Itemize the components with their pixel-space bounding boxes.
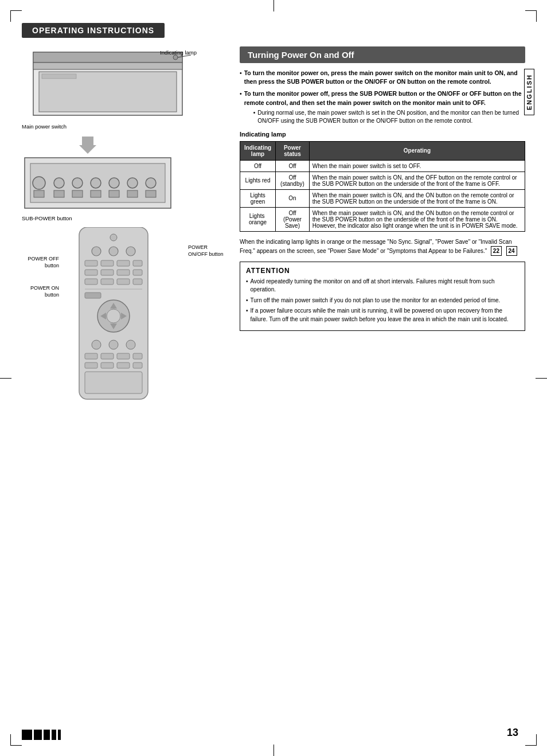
svg-rect-54 xyxy=(117,353,130,359)
svg-point-10 xyxy=(33,177,45,189)
after-table-note: When the indicating lamp lights in orang… xyxy=(240,237,525,256)
td-status-standby: Off(standby) xyxy=(276,172,310,189)
svg-point-11 xyxy=(54,178,64,188)
indicating-lamp-label: Indicating lamp xyxy=(160,49,197,56)
attention-bullet-1: • xyxy=(246,278,248,294)
attention-item-1: • Avoid repeatedly turning the monitor o… xyxy=(246,278,519,294)
crosshair-left xyxy=(0,378,11,379)
svg-rect-6 xyxy=(42,74,76,79)
svg-marker-7 xyxy=(79,137,96,154)
td-operating-green: When the main power switch is ON, and th… xyxy=(309,189,525,207)
svg-rect-19 xyxy=(72,190,83,197)
svg-rect-39 xyxy=(117,279,130,285)
right-column: Turning Power On and Off • To turn the m… xyxy=(240,46,525,406)
lamp-table-header-row: Indicatinglamp Power status Operating xyxy=(240,141,525,160)
sub-bullet-1: • During normal use, the main power swit… xyxy=(253,109,525,125)
bullet-item-2: • To turn the monitor power off, press t… xyxy=(240,89,525,124)
crosshair-top xyxy=(274,0,274,11)
td-operating-orange: When the main power switch is ON, and th… xyxy=(309,207,525,231)
sub-power-button-label: SUB-POWER button xyxy=(22,215,228,221)
page-ref-22: 22 xyxy=(491,246,502,256)
svg-point-14 xyxy=(109,178,119,188)
td-operating-off: When the main power switch is set to OFF… xyxy=(309,160,525,172)
bullet-section: • To turn the monitor power on, press th… xyxy=(240,69,525,125)
svg-point-28 xyxy=(126,247,135,256)
power-off-button-label: POWER OFFbutton xyxy=(22,256,59,269)
th-power-status: Power status xyxy=(276,141,310,160)
language-label: ENGLISH xyxy=(524,69,534,115)
lamp-table-head: Indicatinglamp Power status Operating xyxy=(240,141,525,160)
arrow-svg-1 xyxy=(79,137,96,154)
td-status-powersave: Off(Power Save) xyxy=(276,207,310,231)
monitor-top-diagram-area: Indicating lamp Main power switch xyxy=(22,46,228,130)
sub-bullet-symbol: • xyxy=(253,109,256,125)
attention-title: ATTENTION xyxy=(246,267,519,275)
svg-rect-53 xyxy=(101,353,114,359)
svg-rect-33 xyxy=(85,270,97,275)
page-content: OPERATING INSTRUCTIONS xyxy=(22,23,525,733)
corner-mark-bl xyxy=(10,734,22,746)
svg-rect-22 xyxy=(127,190,138,197)
crosshair-bottom xyxy=(274,745,274,756)
bullet-item-1: • To turn the monitor power on, press th… xyxy=(240,69,525,86)
svg-rect-42 xyxy=(85,293,101,298)
bullet-text-2: To turn the monitor power off, press the… xyxy=(244,90,522,106)
th-indicating-lamp: Indicatinglamp xyxy=(240,141,276,160)
svg-rect-29 xyxy=(85,260,97,266)
svg-rect-56 xyxy=(85,363,97,368)
table-row-orange: Lights orange Off(Power Save) When the m… xyxy=(240,207,525,231)
attention-bullet-3: • xyxy=(246,307,248,324)
svg-rect-20 xyxy=(91,190,101,197)
table-row-green: Lights green On When the main power swit… xyxy=(240,189,525,207)
svg-rect-57 xyxy=(101,363,114,368)
svg-point-12 xyxy=(72,178,83,188)
page-ref-24: 24 xyxy=(506,246,517,256)
svg-point-50 xyxy=(109,340,118,349)
remote-control-diagram xyxy=(62,227,165,406)
td-lamp-green: Lights green xyxy=(240,189,276,207)
corner-mark-tl xyxy=(10,10,22,22)
svg-rect-21 xyxy=(109,190,119,197)
td-lamp-orange: Lights orange xyxy=(240,207,276,231)
svg-rect-52 xyxy=(85,353,97,359)
table-row-red: Lights red Off(standby) When the main po… xyxy=(240,172,525,189)
svg-point-25 xyxy=(110,234,117,241)
svg-rect-36 xyxy=(133,270,142,275)
svg-rect-58 xyxy=(117,363,130,368)
power-on-button-label: POWER ONbutton xyxy=(22,285,59,298)
svg-rect-30 xyxy=(101,260,114,266)
attention-item-2: • Turn off the main power switch if you … xyxy=(246,297,519,305)
td-lamp-off: Off xyxy=(240,160,276,172)
power-onoff-button-label: POWER ON/OFF button xyxy=(188,244,228,258)
power-labels: POWER OFFbutton POWER ONbutton xyxy=(22,256,59,299)
two-column-layout: Indicating lamp Main power switch xyxy=(22,46,525,406)
bullet-text-2-bold: To turn the monitor power off, press the… xyxy=(244,90,522,106)
bullet-text-1: To turn the monitor power on, press the … xyxy=(244,69,525,86)
svg-point-15 xyxy=(127,178,138,188)
attention-text-1: Avoid repeatedly turning the monitor on … xyxy=(251,278,519,294)
bullet-symbol-1: • xyxy=(240,69,242,86)
svg-point-4 xyxy=(173,55,178,60)
svg-rect-35 xyxy=(117,270,130,275)
svg-rect-17 xyxy=(34,190,44,197)
svg-point-49 xyxy=(92,340,101,349)
attention-item-3: • If a power failure occurs while the ma… xyxy=(246,307,519,324)
sub-bullet-text: During normal use, the main power switch… xyxy=(257,109,525,125)
left-column: Indicating lamp Main power switch xyxy=(22,46,228,406)
svg-point-13 xyxy=(91,178,101,188)
bullet-symbol-2: • xyxy=(240,89,242,124)
main-power-switch-label: Main power switch xyxy=(22,123,228,130)
back-panel-svg xyxy=(22,155,188,212)
td-lamp-red: Lights red xyxy=(240,172,276,189)
attention-box: ATTENTION • Avoid repeatedly turning the… xyxy=(240,262,525,332)
attention-text-3: If a power failure occurs while the main… xyxy=(251,307,519,324)
svg-rect-55 xyxy=(133,353,142,359)
td-status-off: Off xyxy=(276,160,310,172)
svg-rect-23 xyxy=(146,190,156,197)
table-row-off: Off Off When the main power switch is se… xyxy=(240,160,525,172)
corner-mark-tr xyxy=(525,10,537,22)
svg-rect-60 xyxy=(85,372,142,393)
operating-instructions-header: OPERATING INSTRUCTIONS xyxy=(22,23,165,38)
indicating-lamp-section-title: Indicating lamp xyxy=(240,131,525,138)
attention-text-2: Turn off the main power switch if you do… xyxy=(251,297,501,305)
